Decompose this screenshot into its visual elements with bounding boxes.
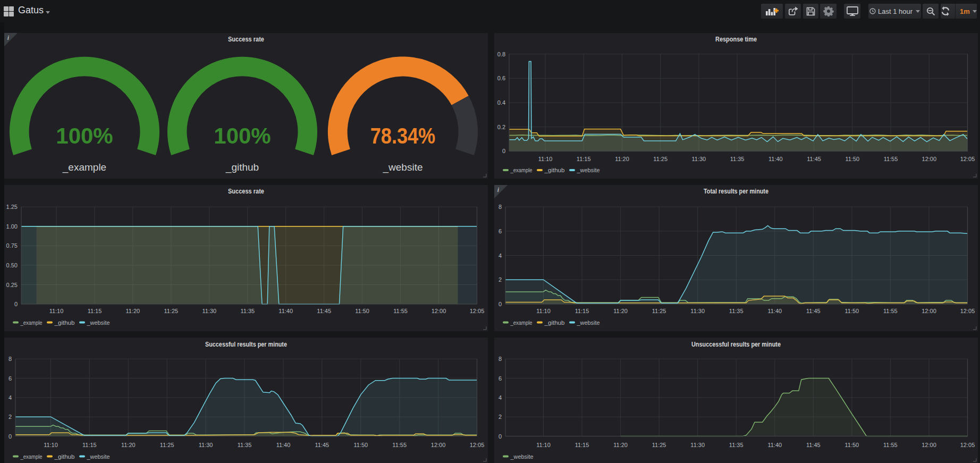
svg-text:11:30: 11:30 bbox=[199, 442, 213, 448]
svg-text:11:45: 11:45 bbox=[806, 442, 821, 448]
svg-text:11:50: 11:50 bbox=[845, 308, 859, 314]
svg-text:Total results per minute: Total results per minute bbox=[704, 187, 768, 195]
svg-text:0.4: 0.4 bbox=[497, 99, 505, 106]
svg-text:4: 4 bbox=[499, 252, 502, 259]
svg-text:11:55: 11:55 bbox=[884, 156, 898, 162]
svg-text:_website: _website bbox=[87, 319, 110, 326]
svg-text:11:25: 11:25 bbox=[652, 308, 666, 314]
svg-text:11:55: 11:55 bbox=[883, 308, 898, 314]
svg-text:11:15: 11:15 bbox=[82, 442, 97, 448]
svg-text:11:40: 11:40 bbox=[276, 442, 291, 448]
svg-text:12:05: 12:05 bbox=[470, 442, 485, 448]
svg-text:12:05: 12:05 bbox=[470, 308, 485, 314]
svg-text:0: 0 bbox=[14, 301, 18, 307]
svg-text:_github: _github bbox=[544, 167, 564, 173]
svg-text:8: 8 bbox=[499, 356, 502, 362]
svg-text:11:10: 11:10 bbox=[538, 156, 553, 162]
svg-text:Success rate: Success rate bbox=[228, 35, 264, 43]
svg-text:_website: _website bbox=[87, 453, 110, 460]
svg-text:12:00: 12:00 bbox=[432, 308, 446, 314]
svg-text:11:25: 11:25 bbox=[164, 308, 179, 314]
svg-text:_website: _website bbox=[510, 453, 534, 460]
svg-text:11:45: 11:45 bbox=[807, 156, 821, 162]
svg-text:11:55: 11:55 bbox=[883, 442, 898, 448]
svg-text:100%: 100% bbox=[214, 123, 271, 148]
svg-text:_website: _website bbox=[577, 167, 600, 173]
svg-text:12:00: 12:00 bbox=[431, 442, 446, 448]
svg-text:11:55: 11:55 bbox=[392, 442, 407, 448]
svg-text:_website: _website bbox=[577, 319, 600, 326]
svg-text:11:20: 11:20 bbox=[126, 308, 140, 314]
svg-text:11:40: 11:40 bbox=[767, 308, 782, 314]
svg-text:2: 2 bbox=[9, 414, 12, 420]
svg-text:11:10: 11:10 bbox=[49, 308, 64, 314]
svg-text:0.75: 0.75 bbox=[6, 242, 18, 249]
svg-text:0.6: 0.6 bbox=[497, 75, 505, 81]
svg-text:Successful results per minute: Successful results per minute bbox=[205, 340, 287, 348]
svg-text:8: 8 bbox=[499, 204, 502, 210]
svg-text:11:15: 11:15 bbox=[577, 156, 591, 162]
svg-text:12:00: 12:00 bbox=[922, 308, 936, 314]
svg-text:0: 0 bbox=[502, 148, 505, 154]
svg-text:11:50: 11:50 bbox=[845, 156, 859, 162]
svg-text:1.00: 1.00 bbox=[6, 223, 18, 230]
svg-text:0: 0 bbox=[499, 433, 502, 440]
svg-text:11:25: 11:25 bbox=[160, 442, 174, 448]
svg-text:12:05: 12:05 bbox=[960, 156, 975, 162]
svg-text:0: 0 bbox=[499, 301, 502, 307]
svg-text:11:10: 11:10 bbox=[44, 442, 58, 448]
svg-text:11:20: 11:20 bbox=[613, 442, 628, 448]
svg-text:Unsuccessful results per minut: Unsuccessful results per minute bbox=[691, 340, 781, 348]
svg-text:_github: _github bbox=[225, 162, 259, 173]
svg-text:11:50: 11:50 bbox=[845, 442, 859, 448]
svg-text:11:10: 11:10 bbox=[536, 442, 551, 448]
svg-text:11:40: 11:40 bbox=[768, 156, 783, 162]
svg-text:i: i bbox=[497, 187, 499, 193]
svg-text:11:45: 11:45 bbox=[317, 308, 331, 314]
svg-text:i: i bbox=[7, 35, 9, 41]
svg-text:11:50: 11:50 bbox=[353, 442, 368, 448]
svg-text:11:25: 11:25 bbox=[652, 442, 666, 448]
svg-text:Response time: Response time bbox=[715, 35, 757, 43]
svg-text:12:05: 12:05 bbox=[960, 442, 975, 448]
svg-text:_example: _example bbox=[62, 162, 106, 173]
svg-text:0.25: 0.25 bbox=[6, 282, 18, 288]
svg-text:11:50: 11:50 bbox=[355, 308, 369, 314]
svg-text:_example: _example bbox=[510, 167, 533, 173]
svg-text:0.8: 0.8 bbox=[497, 51, 505, 57]
svg-text:_example: _example bbox=[510, 319, 533, 326]
svg-text:8: 8 bbox=[9, 356, 12, 362]
svg-text:11:15: 11:15 bbox=[575, 442, 589, 448]
svg-text:11:30: 11:30 bbox=[202, 308, 216, 314]
svg-text:6: 6 bbox=[499, 228, 502, 234]
svg-text:6: 6 bbox=[499, 375, 502, 382]
svg-text:2: 2 bbox=[499, 414, 502, 420]
svg-text:2: 2 bbox=[499, 276, 502, 283]
svg-text:11:45: 11:45 bbox=[806, 308, 821, 314]
svg-text:11:20: 11:20 bbox=[615, 156, 629, 162]
svg-text:11:35: 11:35 bbox=[238, 442, 252, 448]
svg-text:11:35: 11:35 bbox=[240, 308, 255, 314]
svg-text:100%: 100% bbox=[56, 123, 113, 148]
svg-text:Success rate: Success rate bbox=[228, 187, 264, 195]
svg-text:0.50: 0.50 bbox=[6, 262, 18, 268]
svg-text:11:40: 11:40 bbox=[767, 442, 782, 448]
svg-text:11:15: 11:15 bbox=[88, 308, 102, 314]
svg-text:11:35: 11:35 bbox=[730, 156, 745, 162]
svg-text:11:30: 11:30 bbox=[690, 442, 705, 448]
svg-text:_example: _example bbox=[20, 319, 43, 326]
svg-text:11:30: 11:30 bbox=[690, 308, 705, 314]
svg-text:1.25: 1.25 bbox=[6, 204, 18, 210]
svg-text:_github: _github bbox=[54, 319, 74, 326]
svg-text:0: 0 bbox=[9, 433, 12, 440]
svg-text:_example: _example bbox=[20, 453, 43, 460]
svg-text:11:30: 11:30 bbox=[692, 156, 706, 162]
svg-text:11:45: 11:45 bbox=[315, 442, 330, 448]
svg-text:12:05: 12:05 bbox=[960, 308, 975, 314]
svg-text:11:20: 11:20 bbox=[121, 442, 136, 448]
svg-text:12:00: 12:00 bbox=[922, 156, 937, 162]
svg-text:11:35: 11:35 bbox=[729, 308, 744, 314]
svg-text:4: 4 bbox=[9, 394, 12, 401]
svg-text:11:40: 11:40 bbox=[278, 308, 293, 314]
svg-text:11:35: 11:35 bbox=[729, 442, 744, 448]
